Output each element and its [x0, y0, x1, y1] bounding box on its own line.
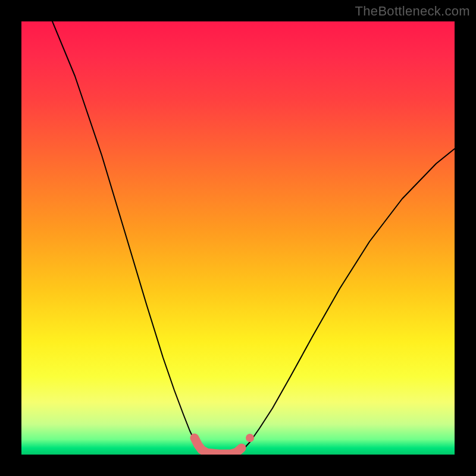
- bottleneck-marker: [195, 438, 242, 454]
- watermark-label: TheBottleneck.com: [355, 4, 470, 19]
- curve-left-arm: [52, 21, 208, 454]
- curve-svg: [21, 21, 455, 455]
- outer-frame: TheBottleneck.com: [0, 0, 476, 476]
- curve-right-arm: [234, 149, 455, 454]
- plot-area: [21, 21, 455, 455]
- marker-dot: [246, 434, 254, 442]
